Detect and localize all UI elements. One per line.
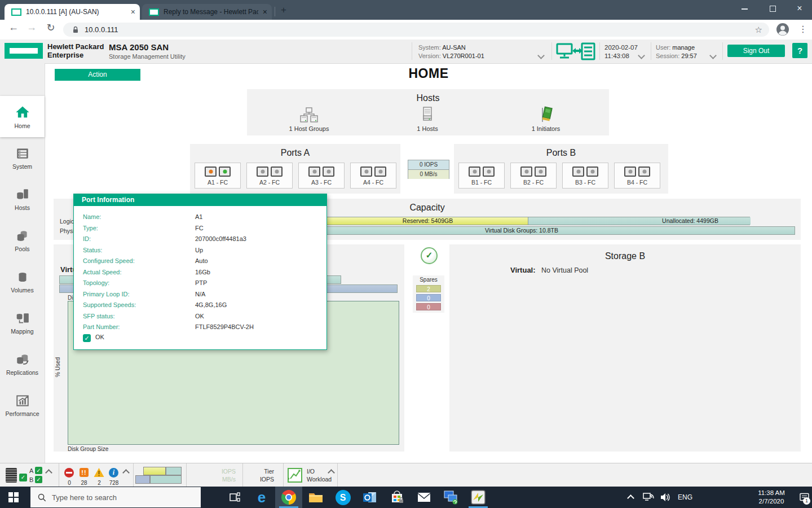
- help-button[interactable]: ?: [792, 43, 807, 58]
- edge-icon: e: [258, 490, 266, 505]
- mini-bar-yellow: [143, 467, 166, 475]
- tab-close-icon[interactable]: ×: [131, 7, 135, 16]
- system-icon: [15, 146, 30, 161]
- browser-tab-strip: 10.0.0.111 [A] (AU-SAN) × Reply to Messa…: [0, 0, 812, 20]
- forward-icon[interactable]: →: [24, 21, 39, 33]
- port-info-row: Part Number:FTLF8529P4BCV-2H: [74, 322, 326, 333]
- performance-icon: [15, 393, 30, 408]
- screen: 10.0.0.111 [A] (AU-SAN) × Reply to Messa…: [0, 0, 812, 508]
- unallocated-segment: Unallocated: 4499GB: [528, 217, 751, 225]
- mini-bar-teal-wide: [150, 475, 182, 484]
- network-icon[interactable]: [643, 492, 655, 502]
- browser-tab-inactive[interactable]: Reply to Message - Hewlett Pack ×: [142, 4, 272, 20]
- tab-title: Reply to Message - Hewlett Pack: [164, 8, 258, 16]
- ports-b-title: Ports B: [454, 148, 668, 158]
- bookmark-star-icon[interactable]: ☆: [755, 25, 762, 35]
- footer-iops-label: IOPS: [186, 467, 236, 475]
- language-indicator[interactable]: ENG: [678, 493, 692, 501]
- outlook-button[interactable]: [356, 487, 383, 508]
- address-bar[interactable]: 10.0.0.111 ☆: [63, 23, 769, 37]
- capacity-mini-chart-section[interactable]: [133, 463, 187, 487]
- sidebar-item-home[interactable]: Home: [0, 96, 45, 137]
- io-workload-section[interactable]: I/O Workload: [283, 463, 338, 487]
- error-events-icon[interactable]: [80, 468, 89, 477]
- sidebar-item-volumes[interactable]: Volumes: [0, 261, 45, 302]
- sidebar-item-replications[interactable]: Replications: [0, 343, 45, 384]
- skype-button[interactable]: S: [329, 487, 356, 508]
- enclosure-icon[interactable]: [6, 468, 17, 483]
- store-button[interactable]: [383, 487, 411, 508]
- datetime-dropdown-icon[interactable]: [638, 52, 645, 59]
- file-explorer-button[interactable]: [302, 487, 329, 508]
- window-minimize-button[interactable]: [732, 0, 757, 17]
- tier-iops-section[interactable]: Tier IOPS: [242, 463, 284, 487]
- spare-count: 0: [416, 294, 441, 301]
- enclosure-ok-icon: [19, 474, 27, 481]
- tab-close-icon[interactable]: ×: [263, 7, 267, 16]
- sign-out-button[interactable]: Sign Out: [727, 45, 785, 57]
- port-b1-button[interactable]: B1 - FC: [458, 163, 505, 189]
- sidebar-item-system[interactable]: System: [0, 137, 45, 178]
- tray-overflow-icon[interactable]: [627, 494, 634, 502]
- volume-icon[interactable]: [660, 492, 671, 502]
- collapse-icon[interactable]: [122, 469, 130, 476]
- collapse-icon[interactable]: [45, 469, 52, 476]
- system-topology-icon[interactable]: [556, 42, 597, 61]
- port-a1-button[interactable]: A1 - FC: [195, 163, 241, 189]
- warning-events-icon[interactable]: [94, 467, 104, 478]
- taskbar-search[interactable]: Type here to search: [30, 487, 201, 507]
- initiators-item[interactable]: 1 Initiators: [501, 105, 591, 132]
- port-info-row: Configured Speed:Auto: [74, 256, 326, 267]
- mapping-icon: [15, 311, 30, 326]
- task-view-button[interactable]: [221, 487, 248, 508]
- critical-events-icon[interactable]: [64, 468, 74, 478]
- outlook-icon: [363, 491, 377, 504]
- browser-tab-active[interactable]: 10.0.0.111 [A] (AU-SAN) ×: [5, 4, 140, 20]
- task-view-icon: [229, 492, 240, 503]
- edge-button[interactable]: e: [248, 487, 275, 508]
- sidebar-item-pools[interactable]: Pools: [0, 220, 45, 261]
- spare-count: 0: [416, 303, 441, 310]
- port-b4-button[interactable]: B4 - FC: [614, 163, 660, 189]
- taskbar-clock[interactable]: 11:38 AM 2/7/2020: [745, 489, 797, 506]
- window-close-button[interactable]: ×: [787, 0, 812, 17]
- host-groups-item[interactable]: 1 Host Groups: [264, 105, 354, 132]
- port-a2-button[interactable]: A2 - FC: [246, 163, 293, 189]
- vsphere-client-button[interactable]: [465, 487, 492, 508]
- reserved-segment: Reserved: 5409GB: [328, 217, 528, 225]
- host-groups-icon: [264, 105, 354, 123]
- port-b3-button[interactable]: B3 - FC: [562, 163, 608, 189]
- mail-button[interactable]: [411, 487, 438, 508]
- window-restore-button[interactable]: [760, 0, 785, 17]
- hosts-item[interactable]: 1 Hosts: [382, 105, 473, 132]
- chrome-button[interactable]: [275, 487, 302, 508]
- footer-tier-label: Tier: [242, 467, 274, 475]
- sfp-port-icon: [360, 167, 386, 177]
- sidebar-item-mapping[interactable]: Mapping: [0, 302, 45, 343]
- storage-health-icon: [421, 247, 438, 264]
- controller-b-ok-icon: [35, 476, 42, 483]
- sfp-port-icon: [308, 167, 334, 177]
- sidebar-item-hosts[interactable]: Hosts: [0, 178, 45, 220]
- remote-desktop-button[interactable]: [438, 487, 465, 508]
- start-button[interactable]: [0, 487, 27, 508]
- clock-date: 2/7/2020: [745, 497, 797, 506]
- port-a4-button[interactable]: A4 - FC: [350, 163, 396, 189]
- new-tab-button[interactable]: +: [281, 5, 286, 16]
- back-icon[interactable]: ←: [6, 21, 21, 33]
- port-a3-button[interactable]: A3 - FC: [298, 163, 345, 189]
- sfp-port-icon: [205, 167, 231, 177]
- info-events-icon[interactable]: [109, 468, 118, 478]
- reload-icon[interactable]: ↻: [43, 21, 59, 34]
- port-information-popup: Port Information Name:A1 Type:FC ID:2070…: [73, 194, 327, 350]
- footer-mbs-label: MB/s: [186, 475, 236, 483]
- profile-avatar[interactable]: [776, 23, 789, 36]
- mail-icon: [417, 492, 431, 502]
- ports-a-title: Ports A: [190, 148, 400, 158]
- port-b2-button[interactable]: B2 - FC: [510, 163, 557, 189]
- user-dropdown-icon[interactable]: [709, 52, 717, 59]
- iops-mbs-section[interactable]: IOPS MB/s: [186, 463, 243, 487]
- browser-menu-icon[interactable]: ⋮: [798, 24, 807, 34]
- system-dropdown-icon[interactable]: [537, 52, 545, 59]
- sidebar-item-performance[interactable]: Performance: [0, 384, 45, 426]
